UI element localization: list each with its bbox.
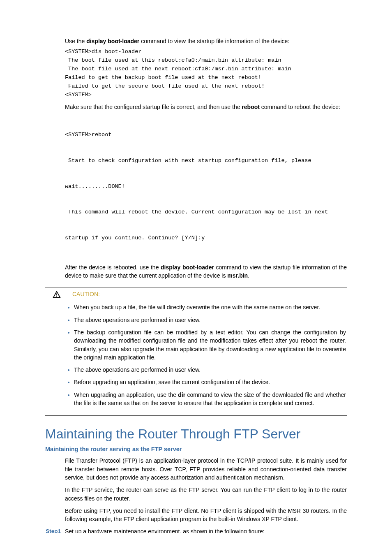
intro-paragraph-3: After the device is rebooted, use the di… <box>45 263 347 280</box>
bullet-item: When you back up a file, the file will d… <box>74 303 347 311</box>
bold-term: dir <box>178 392 185 398</box>
text: Make sure that the configured startup fi… <box>65 104 242 110</box>
text: When upgrading an application, use the <box>74 392 178 398</box>
text: command to view the startup file informa… <box>139 38 289 44</box>
bullet-item: The above operations are performed in us… <box>74 366 347 374</box>
code-block-2: <SYSTEM>reboot Start to check configurat… <box>45 114 347 260</box>
intro-paragraph-1: Use the display boot-loader command to v… <box>45 37 347 45</box>
text: . <box>248 272 249 279</box>
bullet-item: The backup configuration file can be mod… <box>74 328 347 362</box>
code-line: Start to check configuration with next s… <box>65 157 347 165</box>
caution-label: CAUTION: <box>72 290 100 297</box>
code-line: <SYSTEM>reboot <box>65 131 347 139</box>
text: Use the <box>65 38 86 44</box>
step-row: Step1 Set up a hardware maintenance envi… <box>45 528 347 533</box>
bullet-item: When upgrading an application, use the d… <box>74 391 347 408</box>
sub-heading: Maintaining the router serving as the FT… <box>45 446 347 452</box>
caution-box: CAUTION: When you back up a file, the fi… <box>45 287 347 416</box>
section-heading: Maintaining the Router Through FTP Serve… <box>45 426 347 442</box>
intro-paragraph-2: Make sure that the configured startup fi… <box>45 103 347 111</box>
bullet-item: Before upgrading an application, save th… <box>74 378 347 386</box>
text: command to reboot the device: <box>260 104 340 110</box>
paragraph: File Transfer Protocol (FTP) is an appli… <box>45 457 347 482</box>
bold-term: reboot <box>242 104 260 110</box>
page: Use the display boot-loader command to v… <box>0 0 392 533</box>
caution-triangle-icon <box>45 290 72 300</box>
caution-header: CAUTION: <box>45 290 347 300</box>
code-block-1: <SYSTEM>dis boot-loader The boot file us… <box>45 48 347 100</box>
step-text: Set up a hardware maintenance environmen… <box>65 528 265 533</box>
text: After the device is rebooted, use the <box>65 264 161 271</box>
bold-term: display boot-loader <box>86 38 139 44</box>
svg-point-1 <box>56 296 57 297</box>
code-line: This command will reboot the device. Cur… <box>65 208 347 217</box>
bold-term: display boot-loader <box>161 264 214 271</box>
code-line: startup if you continue. Continue? [Y/N]… <box>65 234 347 243</box>
bold-term: msr.bin <box>227 272 248 279</box>
caution-bullets: When you back up a file, the file will d… <box>45 303 347 407</box>
code-line: wait.........DONE! <box>65 183 347 191</box>
bullet-item: The above operations are performed in us… <box>74 316 347 324</box>
paragraph: In the FTP service, the router can serve… <box>45 486 347 503</box>
step-label: Step1 <box>45 528 65 533</box>
paragraph: Before using FTP, you need to install th… <box>45 507 347 524</box>
